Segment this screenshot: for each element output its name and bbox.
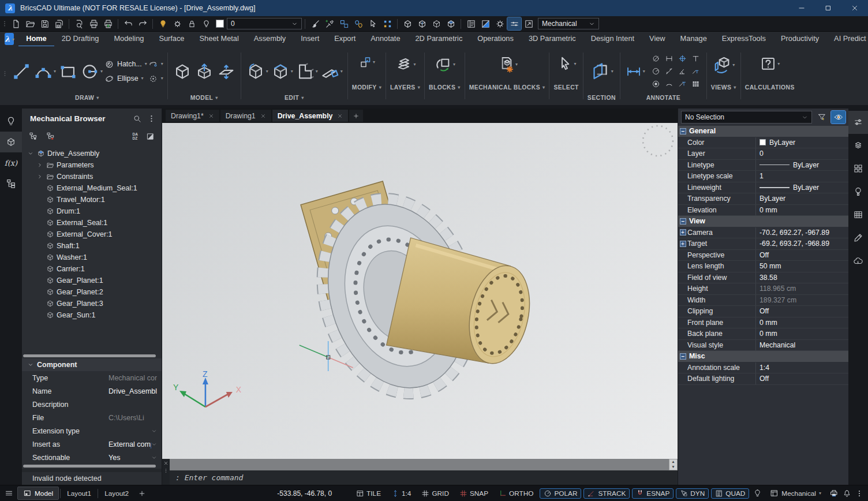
drawing-tab-drawing1[interactable]: Drawing1*: [166, 110, 219, 122]
layer-lock-button[interactable]: [185, 17, 199, 30]
viewport[interactable]: Z Y X: [162, 123, 678, 459]
revision-cloud-tool[interactable]: ▾: [148, 58, 163, 71]
expand-plus-icon[interactable]: +: [680, 229, 686, 235]
component-horizontal-scrollbar[interactable]: [22, 464, 162, 469]
tree-item-gear-planet-1[interactable]: Gear_Planet:1: [22, 275, 162, 286]
property-row-camera[interactable]: +Camera-70.2, 692.27, -967.89: [678, 227, 848, 239]
selection-dropdown[interactable]: No Selection: [681, 111, 812, 124]
fillet-tool[interactable]: ▾: [245, 61, 269, 82]
property-row-back-plane[interactable]: Back plane0 mm: [678, 328, 848, 340]
leader-tool[interactable]: [691, 67, 700, 76]
undo-button[interactable]: [121, 17, 135, 30]
tab-ai-predict[interactable]: AI Predict: [826, 32, 868, 47]
navigation-dial[interactable]: [643, 126, 673, 156]
tree-item-washer-1[interactable]: Washer:1: [22, 252, 162, 263]
command-history-scrollbar[interactable]: ▲ ▼: [669, 459, 678, 470]
tsmall-tool[interactable]: [678, 80, 687, 88]
tab-export[interactable]: Export: [327, 32, 363, 47]
command-input[interactable]: : Enter command: [170, 470, 678, 485]
group-label-modify[interactable]: MODIFY▾: [352, 83, 381, 92]
component-value[interactable]: Drive_Assembly: [108, 387, 157, 395]
property-row-layer[interactable]: Layer0: [678, 148, 848, 160]
extrude-view-button[interactable]: [415, 17, 429, 30]
drawing-tab-drawing1[interactable]: Drawing1: [220, 110, 271, 122]
tree-item-gear-planet-3[interactable]: Gear_Planet:3: [22, 298, 162, 309]
property-value[interactable]: Mechanical: [755, 340, 848, 351]
tree-item-shaft-1[interactable]: Shaft:1: [22, 240, 162, 252]
group-label-calculations[interactable]: CALCULATIONS: [745, 83, 795, 92]
tab-view[interactable]: View: [642, 32, 673, 47]
layout-tab-model[interactable]: Model: [17, 487, 59, 500]
print-status-icon[interactable]: [829, 489, 839, 498]
add-layout-icon[interactable]: [138, 489, 146, 498]
tab-home[interactable]: Home: [18, 32, 54, 47]
command-panel-drag-icon[interactable]: [163, 468, 169, 473]
section-header-misc[interactable]: −Misc: [678, 351, 848, 362]
property-value[interactable]: 0 mm: [755, 328, 848, 339]
toggle-ortho[interactable]: ORTHO: [495, 488, 537, 499]
component-value[interactable]: External comp: [108, 440, 151, 448]
box-tool[interactable]: [172, 61, 193, 82]
group-label-edit[interactable]: EDIT▾: [285, 94, 304, 102]
property-row-visual-style[interactable]: Visual styleMechanical: [678, 340, 848, 352]
toggle-polar[interactable]: POLAR: [540, 488, 581, 499]
tree-item-gear-sun-1[interactable]: Gear_Sun:1: [22, 309, 162, 321]
property-value[interactable]: ByLayer: [755, 160, 848, 171]
tab-annotate[interactable]: Annotate: [363, 32, 407, 47]
mechanical-blocks-tool[interactable]: ▾: [496, 55, 518, 74]
property-value[interactable]: 118.965 cm: [755, 283, 848, 294]
extrude-tool[interactable]: [194, 61, 215, 82]
arclen-tool[interactable]: [665, 80, 674, 88]
property-row-field-of-view[interactable]: Field of view38.58: [678, 272, 848, 284]
property-row-perspective[interactable]: PerspectiveOff: [678, 250, 848, 261]
expand-plus-icon[interactable]: +: [680, 241, 686, 247]
section-header-general[interactable]: −General: [678, 126, 848, 137]
workspace-switcher[interactable]: Mechanical ▾: [766, 488, 825, 499]
table-panel-icon[interactable]: [848, 203, 868, 226]
group-label-mechanical-blocks[interactable]: MECHANICAL BLOCKS▾: [469, 83, 545, 92]
layer-on-button[interactable]: [156, 17, 170, 30]
layer-off-button[interactable]: [199, 17, 213, 30]
match-properties-button[interactable]: [308, 17, 322, 30]
tab-productivity[interactable]: Productivity: [773, 32, 826, 47]
tree-item-parameters[interactable]: Parameters: [22, 159, 162, 171]
settings-button[interactable]: [493, 17, 507, 30]
tab-manage[interactable]: Manage: [673, 32, 714, 47]
open-file-button[interactable]: [23, 17, 37, 30]
component-row-insert-as[interactable]: Insert asExternal comp: [22, 438, 162, 451]
group-label-views[interactable]: VIEWS▾: [711, 83, 736, 92]
slice-tool[interactable]: ▾: [320, 61, 343, 82]
collapse-icon[interactable]: −: [680, 353, 686, 360]
layer-color-swatch[interactable]: [216, 20, 224, 28]
tree-horizontal-scrollbar[interactable]: [22, 354, 162, 358]
line-tool[interactable]: [11, 61, 32, 82]
fit-view-button[interactable]: [522, 17, 536, 30]
component-row-type[interactable]: TypeMechanical con: [22, 371, 162, 384]
property-row-annotation-scale[interactable]: Annotation scale1:4: [678, 362, 848, 374]
property-value[interactable]: 38.58: [755, 272, 848, 283]
status-menu-icon[interactable]: [5, 489, 13, 498]
property-row-default-lighting[interactable]: Default lightingOff: [678, 373, 848, 385]
tree-item-gear-planet-2[interactable]: Gear_Planet:2: [22, 286, 162, 298]
tab-surface[interactable]: Surface: [151, 32, 192, 47]
component-row-sectionable[interactable]: SectionableYes: [22, 451, 162, 464]
toggle-snap[interactable]: SNAP: [455, 488, 492, 499]
maximize-button[interactable]: [815, 0, 841, 16]
selection-modes-button[interactable]: [366, 17, 380, 30]
tab-operations[interactable]: Operations: [470, 32, 521, 47]
expander-icon[interactable]: [27, 151, 35, 156]
property-row-transparency[interactable]: TransparencyByLayer: [678, 193, 848, 205]
wireframe-view-button[interactable]: [401, 17, 414, 30]
collapse-icon[interactable]: −: [680, 218, 686, 225]
property-value[interactable]: 0 mm: [755, 317, 848, 328]
tips-icon[interactable]: [753, 489, 762, 498]
property-value[interactable]: -70.2, 692.27, -967.89: [755, 227, 848, 238]
browser-menu-icon[interactable]: [147, 114, 156, 123]
rad-tool[interactable]: [652, 67, 660, 76]
property-row-front-plane[interactable]: Front plane0 mm: [678, 317, 848, 329]
property-row-elevation[interactable]: Elevation0 mm: [678, 205, 848, 216]
contrast-icon[interactable]: [146, 132, 155, 141]
layer-select[interactable]: 0: [227, 18, 302, 29]
status-overflow-icon[interactable]: [855, 489, 863, 498]
angular-tool[interactable]: [678, 67, 687, 76]
